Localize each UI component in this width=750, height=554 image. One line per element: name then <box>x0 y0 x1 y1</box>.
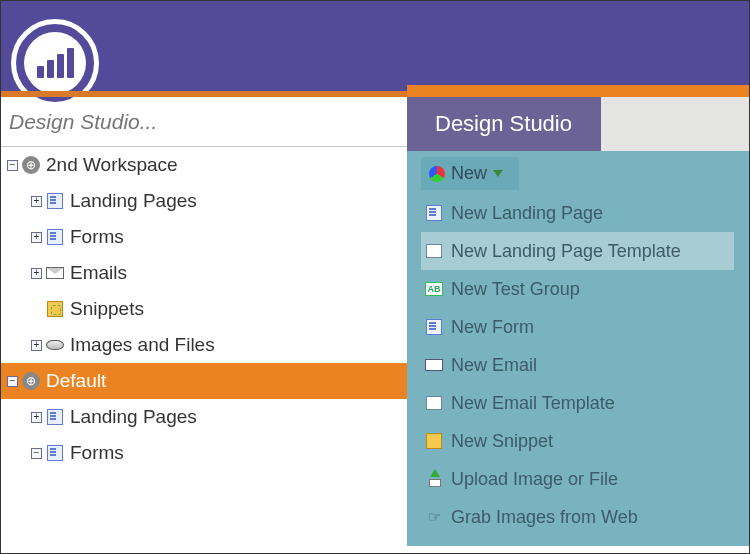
menu-item-label: New Email <box>451 355 537 376</box>
menu-item-label: New Email Template <box>451 393 615 414</box>
expand-icon[interactable]: + <box>31 196 42 207</box>
tree-label: Snippets <box>70 298 144 320</box>
menu-item-new-test-group[interactable]: AB New Test Group <box>421 270 734 308</box>
menu-item-new-landing-template[interactable]: New Landing Page Template <box>421 232 734 270</box>
grab-icon: ☞ <box>425 508 443 526</box>
page-icon <box>47 193 63 209</box>
template-icon <box>426 244 442 258</box>
menu-item-label: New Snippet <box>451 431 553 452</box>
form-icon <box>426 319 442 335</box>
menu-item-upload-image[interactable]: Upload Image or File <box>421 460 734 498</box>
expand-icon[interactable]: + <box>31 412 42 423</box>
menu-item-label: New Form <box>451 317 534 338</box>
menu-item-grab-images[interactable]: ☞ Grab Images from Web <box>421 498 734 536</box>
chevron-down-icon <box>493 170 503 177</box>
new-dropdown-button[interactable]: New <box>421 157 519 190</box>
tree-label: Landing Pages <box>70 190 197 212</box>
menu-item-new-landing-page[interactable]: New Landing Page <box>421 194 734 232</box>
form-icon <box>47 445 63 461</box>
accent-strip <box>407 85 750 97</box>
mail-icon <box>425 359 443 371</box>
tree-label: Forms <box>70 442 124 464</box>
form-icon <box>47 229 63 245</box>
new-icon <box>429 166 445 182</box>
expand-icon[interactable]: + <box>31 268 42 279</box>
mail-icon <box>46 267 64 279</box>
disk-icon <box>46 340 64 350</box>
snippet-icon <box>426 433 442 449</box>
expand-icon[interactable]: + <box>31 232 42 243</box>
bar-chart-icon <box>37 48 74 78</box>
tree-label: Default <box>46 370 106 392</box>
collapse-icon[interactable]: − <box>7 376 18 387</box>
snippet-icon <box>47 301 63 317</box>
tree-label: Images and Files <box>70 334 215 356</box>
ab-test-icon: AB <box>425 282 443 296</box>
menu-title: Design Studio <box>435 111 572 136</box>
menu-item-new-form[interactable]: New Form <box>421 308 734 346</box>
page-icon <box>47 409 63 425</box>
globe-icon: ⊕ <box>22 372 40 390</box>
tree-label: Forms <box>70 226 124 248</box>
collapse-icon[interactable]: − <box>31 448 42 459</box>
menu-item-label: New Test Group <box>451 279 580 300</box>
menu-item-label: New Landing Page Template <box>451 241 681 262</box>
globe-icon: ⊕ <box>22 156 40 174</box>
tree-label: 2nd Workspace <box>46 154 178 176</box>
menu-item-new-email-template[interactable]: New Email Template <box>421 384 734 422</box>
collapse-icon[interactable]: − <box>7 160 18 171</box>
page-icon <box>426 205 442 221</box>
menu-item-new-email[interactable]: New Email <box>421 346 734 384</box>
menu-item-label: New Landing Page <box>451 203 603 224</box>
expand-icon[interactable]: + <box>31 340 42 351</box>
template-icon <box>426 396 442 410</box>
new-menu-list: New Landing Page New Landing Page Templa… <box>421 194 734 536</box>
new-label: New <box>451 163 487 184</box>
upload-icon <box>426 471 442 487</box>
spacer <box>31 304 42 315</box>
menu-item-new-snippet[interactable]: New Snippet <box>421 422 734 460</box>
tree-label: Landing Pages <box>70 406 197 428</box>
menu-title-bar: Design Studio <box>407 97 750 151</box>
new-menu-panel: Design Studio New New Landing Page New L… <box>407 85 750 546</box>
menu-item-label: Upload Image or File <box>451 469 618 490</box>
logo-inner <box>24 32 86 94</box>
menu-item-label: Grab Images from Web <box>451 507 638 528</box>
tree-label: Emails <box>70 262 127 284</box>
app-header <box>1 1 749 91</box>
